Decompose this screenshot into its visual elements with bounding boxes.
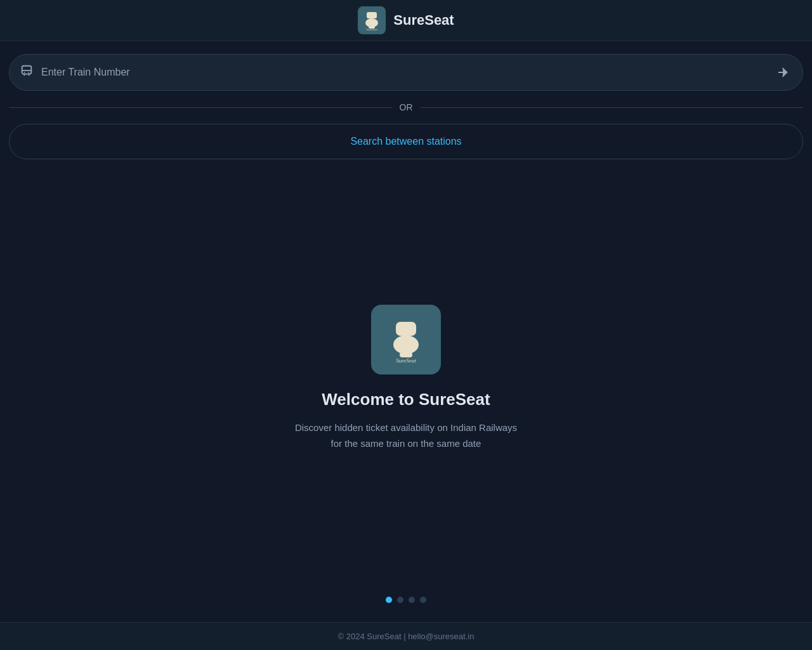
or-label: OR [400, 102, 413, 112]
app-footer: © 2024 SureSeat | hello@sureseat.in [0, 622, 812, 650]
or-divider: OR [9, 102, 803, 112]
svg-rect-1 [367, 12, 377, 18]
welcome-section: SureSeat Welcome to SureSeat Discover hi… [9, 159, 803, 584]
svg-text:SureSeat: SureSeat [366, 28, 377, 31]
svg-point-6 [24, 72, 25, 73]
svg-point-7 [28, 72, 29, 73]
dot-2[interactable] [397, 597, 403, 603]
svg-point-2 [365, 18, 378, 27]
welcome-desc-line1: Discover hidden ticket availability on I… [295, 422, 517, 433]
or-line-right [421, 107, 804, 108]
svg-rect-12 [400, 352, 412, 357]
dot-1[interactable] [386, 597, 392, 603]
app-header: SureSeat SureSeat [0, 0, 812, 41]
train-search-container [9, 54, 803, 91]
train-icon [20, 64, 34, 81]
svg-point-11 [393, 335, 419, 354]
dot-3[interactable] [409, 597, 415, 603]
dot-4[interactable] [420, 597, 426, 603]
welcome-title: Welcome to SureSeat [322, 390, 490, 409]
carousel-dots [9, 584, 803, 622]
svg-text:SureSeat: SureSeat [396, 357, 416, 364]
welcome-description: Discover hidden ticket availability on I… [295, 420, 517, 452]
header-logo: SureSeat [358, 6, 386, 34]
or-line-left [9, 107, 392, 108]
main-content: OR Search between stations SureSeat Welc… [0, 41, 812, 622]
app-title: SureSeat [393, 12, 454, 29]
svg-rect-10 [396, 322, 416, 336]
search-stations-button[interactable]: Search between stations [9, 124, 803, 159]
footer-text: © 2024 SureSeat | hello@sureseat.in [338, 632, 475, 641]
welcome-desc-line2: for the same train on the same date [331, 438, 481, 449]
train-number-input[interactable] [41, 67, 766, 78]
welcome-logo: SureSeat [371, 305, 441, 375]
train-search-submit[interactable] [773, 63, 792, 82]
